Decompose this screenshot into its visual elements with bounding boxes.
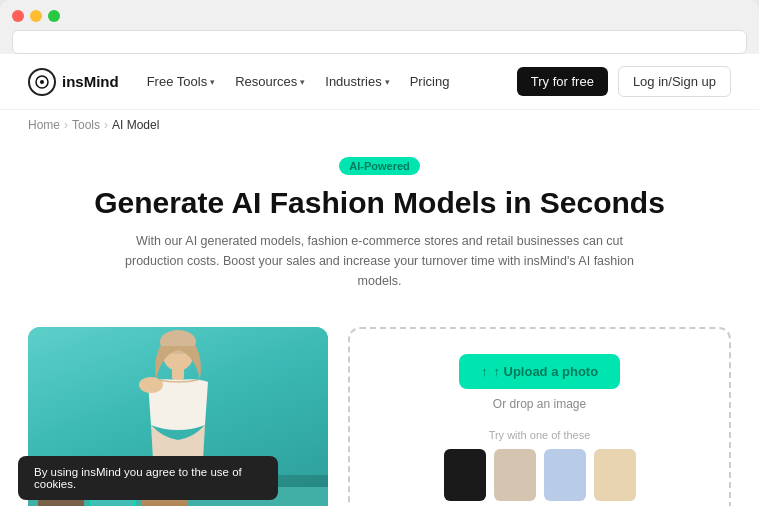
nav-pricing[interactable]: Pricing xyxy=(410,74,450,89)
hero-subtitle: With our AI generated models, fashion e-… xyxy=(120,231,640,291)
breadcrumb-home[interactable]: Home xyxy=(28,118,60,132)
hero-section: AI-Powered Generate AI Fashion Models in… xyxy=(0,140,759,311)
page-content: insMind Free Tools ▾ Resources ▾ Industr… xyxy=(0,54,759,506)
navbar: insMind Free Tools ▾ Resources ▾ Industr… xyxy=(0,54,759,110)
sample-thumbs xyxy=(444,449,636,501)
cookie-banner: By using insMind you agree to the use of… xyxy=(18,456,278,500)
logo[interactable]: insMind xyxy=(28,68,119,96)
breadcrumb-sep-2: › xyxy=(104,118,108,132)
minimize-button[interactable] xyxy=(30,10,42,22)
cookie-text: By using insMind you agree to the use of… xyxy=(34,466,242,490)
logo-icon xyxy=(28,68,56,96)
breadcrumb: Home › Tools › AI Model xyxy=(0,110,759,140)
sample-thumb-4[interactable] xyxy=(594,449,636,501)
breadcrumb-current: AI Model xyxy=(112,118,159,132)
nav-actions: Try for free Log in/Sign up xyxy=(517,66,731,97)
login-signup-button[interactable]: Log in/Sign up xyxy=(618,66,731,97)
ai-badge: AI-Powered xyxy=(339,157,420,175)
nav-industries[interactable]: Industries ▾ xyxy=(325,74,389,89)
try-label: Try with one of these xyxy=(489,429,591,441)
logo-text: insMind xyxy=(62,73,119,90)
upload-photo-button[interactable]: ↑ ↑ Upload a photo xyxy=(459,354,620,389)
hero-title: Generate AI Fashion Models in Seconds xyxy=(40,185,719,221)
traffic-lights xyxy=(12,10,747,22)
breadcrumb-tools[interactable]: Tools xyxy=(72,118,100,132)
address-bar[interactable] xyxy=(12,30,747,54)
chevron-down-icon: ▾ xyxy=(385,77,390,87)
browser-chrome xyxy=(0,0,759,54)
chevron-down-icon: ▾ xyxy=(300,77,305,87)
sample-thumb-3[interactable] xyxy=(544,449,586,501)
breadcrumb-sep-1: › xyxy=(64,118,68,132)
nav-free-tools[interactable]: Free Tools ▾ xyxy=(147,74,215,89)
nav-items: Free Tools ▾ Resources ▾ Industries ▾ Pr… xyxy=(147,74,517,89)
sample-thumb-2[interactable] xyxy=(494,449,536,501)
sample-thumb-1[interactable] xyxy=(444,449,486,501)
chevron-down-icon: ▾ xyxy=(210,77,215,87)
upload-panel: ↑ ↑ Upload a photo Or drop an image Try … xyxy=(348,327,731,506)
try-for-free-button[interactable]: Try for free xyxy=(517,67,608,96)
drop-text: Or drop an image xyxy=(493,397,586,411)
close-button[interactable] xyxy=(12,10,24,22)
upload-icon: ↑ xyxy=(481,364,488,379)
maximize-button[interactable] xyxy=(48,10,60,22)
nav-resources[interactable]: Resources ▾ xyxy=(235,74,305,89)
svg-point-5 xyxy=(139,377,163,393)
svg-rect-4 xyxy=(172,368,184,380)
svg-point-1 xyxy=(40,80,44,84)
